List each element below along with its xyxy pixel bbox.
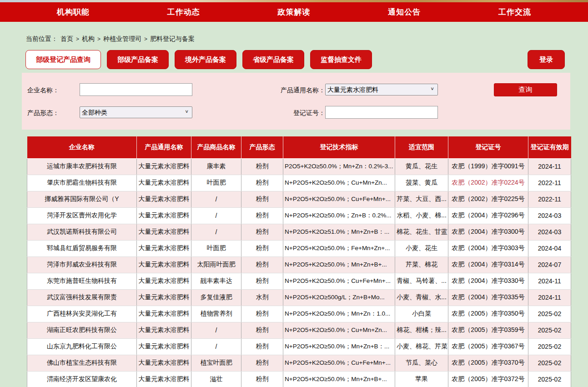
cell-shape: 粉剂 xyxy=(241,158,283,175)
table-row: 菏泽市邦威农业科技有限大量元素水溶肥料太阳雨叶面肥粉剂N+P2O5+K2O≥50… xyxy=(27,256,571,273)
cell-trade: 靓丰素丰达 xyxy=(191,273,241,289)
cell-trade: 叶面肥 xyxy=(191,175,241,191)
cell-generic: 大量元素水溶肥料 xyxy=(137,207,191,224)
cell-generic: 大量元素水溶肥料 xyxy=(137,273,191,289)
cell-cert: 农肥（2005）准字0359号 xyxy=(448,322,528,338)
cell-generic: 大量元素水溶肥料 xyxy=(137,256,191,273)
table-header-row: 企业名称产品通用名称产品商品名称产品形态登记技术指标适宜范围登记证号登记证有效期 xyxy=(27,136,571,158)
breadcrumb-link-1[interactable]: 机构 xyxy=(82,35,95,43)
cell-cert: 农肥（2004）准字0335号 xyxy=(448,289,528,306)
cell-expiry: 2024-03 xyxy=(528,207,571,224)
cell-expiry: 2024-11 xyxy=(528,289,571,306)
cell-scope: 小麦、青椒、水... xyxy=(395,289,448,306)
cell-trade: 太阳雨叶面肥 xyxy=(191,256,241,273)
cell-company: 菏泽市邦威农业科技有限 xyxy=(27,256,137,273)
cell-generic: 大量元素水溶肥料 xyxy=(137,306,191,322)
cell-expiry: 2025-02 xyxy=(528,355,571,371)
cell-cert: 农肥（1999）准字0091号 xyxy=(448,158,528,175)
cell-scope: 黄瓜、花生 xyxy=(395,158,448,175)
cell-shape: 粉剂 xyxy=(241,240,283,256)
table-row: 菏泽开发区曹州农用化学大量元素水溶肥料/粉剂N+P2O5+K2O≥50.0%；Z… xyxy=(27,207,571,224)
cell-cert: 农肥（2005）准字0350号 xyxy=(448,306,528,322)
breadcrumb-link-3[interactable]: 肥料登记与备案 xyxy=(150,35,195,43)
nav-item-3[interactable]: 通知公告 xyxy=(388,7,421,17)
cell-company: 郓城县红盾贸易服务有限 xyxy=(27,240,137,256)
breadcrumb-link-0[interactable]: 首页 xyxy=(60,35,73,43)
cell-company: 广西桂林兴安灵湖化工有 xyxy=(27,306,137,322)
cell-tech: N+P2O5+K2O≥51.0%；Mn+Zn+B：... xyxy=(283,224,395,240)
cell-trade: / xyxy=(191,224,241,240)
tab-0[interactable]: 部级产品备案 xyxy=(107,50,169,69)
table-row: 武汉凯诺斯科技有限公司大量元素水溶肥料/粉剂N+P2O5+K2O≥51.0%；M… xyxy=(27,224,571,240)
cell-company: 运城市康丰农肥科技有限 xyxy=(27,158,137,175)
nav-item-0[interactable]: 机构职能 xyxy=(57,7,90,17)
table-row: 佛山市植宝生态科技有限大量元素水溶肥料植宝叶面肥粉剂N+P2O5+K2O≥50.… xyxy=(27,355,571,371)
cell-trade: / xyxy=(191,322,241,338)
cell-company: 武汉凯诺斯科技有限公司 xyxy=(27,224,137,240)
cell-scope: 苹果 xyxy=(395,371,448,387)
generic-name-select[interactable]: 大量元素水溶肥料 xyxy=(325,84,438,95)
tab-2[interactable]: 省级产品备案 xyxy=(242,50,304,69)
cell-expiry: 2022-11 xyxy=(528,191,571,207)
cell-generic: 大量元素水溶肥料 xyxy=(137,191,191,207)
cell-shape: 粉剂 xyxy=(241,256,283,273)
cell-tech: N+P2O5+K2O≥50.0%；Zn+B：0.2%... xyxy=(283,207,395,224)
tab-ministry-registered-product-query[interactable]: 部级登记产品查询 xyxy=(25,50,101,69)
cell-cert: 农肥（2004）准字0330号 xyxy=(448,273,528,289)
column-header-7: 登记证有效期 xyxy=(528,136,571,158)
cell-generic: 大量元素水溶肥料 xyxy=(137,355,191,371)
cert-number-input[interactable] xyxy=(325,106,438,119)
cell-generic: 大量元素水溶肥料 xyxy=(137,338,191,355)
table-row: 武汉富强科技发展有限责大量元素水溶肥料多复佳液肥水剂N+P2O5+K2O≥500… xyxy=(27,289,571,306)
login-button[interactable]: 登录 xyxy=(528,50,565,69)
cell-tech: N+P2O5+K2O≥50.0%；Cu+Fe+Mn+... xyxy=(283,191,395,207)
cell-company: 山东京九肥料化工有限公 xyxy=(27,338,137,355)
tabs-row: 部级登记产品查询 部级产品备案境外产品备案省级产品备案监督抽查文件登录 xyxy=(22,50,570,69)
nav-item-1[interactable]: 工作动态 xyxy=(167,7,200,17)
cell-scope: 芹菜、大豆、西... xyxy=(395,191,448,207)
cell-expiry: 2022-11 xyxy=(528,175,571,191)
column-header-2: 产品商品名称 xyxy=(191,136,241,158)
cell-expiry: 2024-03 xyxy=(528,224,571,240)
nav-item-2[interactable]: 政策解读 xyxy=(278,7,311,17)
column-header-3: 产品形态 xyxy=(241,136,283,158)
table-row: 肇庆市肥霸生物科技有限大量元素水溶肥料叶面肥粉剂N+P2O5+K2O≥50.0%… xyxy=(27,175,571,191)
cell-expiry: 2024-07 xyxy=(528,256,571,273)
cell-scope: 小麦、棉花、芹菜 xyxy=(395,338,448,355)
breadcrumb-link-2[interactable]: 种植业管理司 xyxy=(103,35,141,43)
cell-trade: 叶面肥 xyxy=(191,240,241,256)
cell-cert: 农肥（2004）准字0303号 xyxy=(448,240,528,256)
cell-generic: 大量元素水溶肥料 xyxy=(137,240,191,256)
column-header-1: 产品通用名称 xyxy=(137,136,191,158)
table-row: 山东京九肥料化工有限公大量元素水溶肥料/粉剂N+P2O5+K2O≥50.0%；M… xyxy=(27,338,571,355)
cell-tech: N+P2O5+K2O≥50.0%；Cu+Mn+Zn... xyxy=(283,175,395,191)
column-header-0: 企业名称 xyxy=(27,136,137,158)
tab-1[interactable]: 境外产品备案 xyxy=(175,50,236,69)
cell-scope: 菠菜、黄瓜 xyxy=(395,175,448,191)
cell-tech: N+P2O5+K2O≥50.0%；Mn+Zn+B+... xyxy=(283,371,395,387)
nav-item-4[interactable]: 工作交流 xyxy=(498,7,531,17)
cell-trade: / xyxy=(191,338,241,355)
cell-scope: 芹菜、棉花 xyxy=(395,256,448,273)
cell-shape: 水剂 xyxy=(241,289,283,306)
product-shape-label: 产品形态： xyxy=(27,109,59,117)
company-name-input[interactable] xyxy=(80,83,192,96)
product-shape-select[interactable]: 全部种类 xyxy=(80,106,192,118)
cell-company: 肇庆市肥霸生物科技有限 xyxy=(27,175,137,191)
cell-company: 佛山市植宝生态科技有限 xyxy=(27,355,137,371)
tab-3[interactable]: 监督抽查文件 xyxy=(310,50,372,69)
cell-trade: 康丰素 xyxy=(191,158,241,175)
cell-company: 渭南经济开发区望康农化 xyxy=(27,371,137,387)
cell-scope: 青椒、马铃薯、... xyxy=(395,273,448,289)
cell-tech: P2O5+K2O≥50.0%；Mn+Zn：0.2%-3... xyxy=(283,158,395,175)
cell-shape: 粉剂 xyxy=(241,355,283,371)
breadcrumb-prefix: 当前位置： xyxy=(26,35,58,43)
search-button[interactable]: 查询 xyxy=(494,83,557,96)
cell-expiry: 2024-11 xyxy=(528,158,571,175)
column-header-4: 登记技术指标 xyxy=(283,136,395,158)
cell-tech: N+P2O5+K2O≥50.0%；Cu+Mn+Zn... xyxy=(283,322,395,338)
breadcrumb-separator: > xyxy=(97,36,101,42)
cell-expiry: 2025-02 xyxy=(528,371,571,387)
cell-cert: 农肥（2005）准字0367号 xyxy=(448,338,528,355)
cell-expiry: 2025-02 xyxy=(528,338,571,355)
